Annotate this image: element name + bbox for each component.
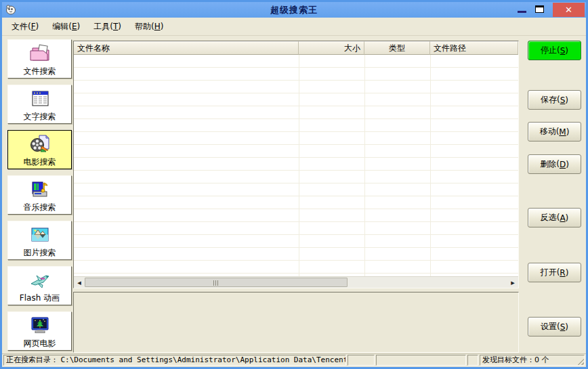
menu-tools[interactable]: 工具(T) (87, 18, 128, 35)
sidebar-item-movie-search[interactable]: 电影搜索 (7, 130, 72, 169)
maximize-button[interactable] (535, 5, 544, 13)
sidebar-item-flash-animation[interactable]: Flash 动画 (7, 266, 72, 305)
web-movie-icon (28, 314, 51, 337)
sidebar-item-label: 文字搜索 (24, 112, 56, 121)
menu-help[interactable]: 帮助(H) (128, 18, 170, 35)
column-header-type[interactable]: 类型 (364, 41, 430, 55)
table-header: 文件名称 大小 类型 文件路径 (74, 41, 518, 55)
menubar: 文件(F) 编辑(E) 工具(T) 帮助(H) (2, 18, 586, 36)
save-button[interactable]: 保存(S) (528, 90, 581, 110)
flash-animation-icon (28, 269, 51, 292)
resize-grip[interactable] (576, 357, 584, 365)
picture-search-icon (28, 223, 51, 246)
menu-edit[interactable]: 编辑(E) (45, 18, 87, 35)
stop-button[interactable]: 停止(S) (528, 41, 581, 60)
titlebar: 超级搜索王 ✕ (2, 2, 586, 18)
sidebar-item-label: Flash 动画 (20, 293, 60, 303)
column-divider (299, 55, 299, 276)
movie-search-icon (28, 133, 51, 156)
detail-panel (73, 292, 519, 353)
close-button[interactable]: ✕ (553, 3, 585, 17)
horizontal-scrollbar[interactable]: ◂ ▸ (74, 276, 518, 288)
status-searching-directory: 正在搜索目录： C:\Documents and Settings\Admini… (3, 355, 346, 366)
text-search-icon (28, 87, 51, 110)
music-search-icon (28, 178, 51, 201)
sidebar-item-label: 文件搜索 (24, 66, 56, 76)
scrollbar-thumb[interactable] (85, 278, 348, 287)
column-divider (430, 55, 431, 276)
column-header-size[interactable]: 大小 (299, 41, 364, 55)
scroll-right-icon[interactable]: ▸ (507, 277, 518, 288)
scrollbar-grip (213, 280, 219, 286)
search-directory-path: C:\Documents and Settings\Administrator\… (61, 355, 347, 365)
found-count: 0 个 (534, 355, 549, 365)
sidebar-item-label: 电影搜索 (24, 157, 56, 167)
results-table: 文件名称 大小 类型 文件路径 ◂ ▸ (73, 41, 519, 288)
invert-selection-button[interactable]: 反选(A) (528, 208, 581, 227)
sidebar-item-music-search[interactable]: 音乐搜索 (7, 175, 72, 215)
minimize-button[interactable] (518, 11, 526, 13)
main-content: 文件搜索 文字搜索 电影 (2, 36, 586, 353)
status-panel (376, 355, 466, 366)
settings-button[interactable]: 设置(S) (528, 317, 581, 337)
sidebar-item-label: 图片搜索 (24, 248, 56, 257)
delete-button[interactable]: 删除(D) (528, 154, 581, 174)
folder-search-icon (28, 42, 51, 65)
status-found-files: 发现目标文件：0 个 (480, 355, 585, 366)
close-icon: ✕ (565, 5, 572, 15)
open-button[interactable]: 打开(R) (528, 263, 581, 282)
column-divider (364, 55, 365, 276)
statusbar: 正在搜索目录： C:\Documents and Settings\Admini… (2, 353, 586, 367)
sidebar-item-text-search[interactable]: 文字搜索 (7, 85, 72, 124)
status-panel (348, 355, 375, 366)
sidebar-item-file-search[interactable]: 文件搜索 (7, 39, 72, 79)
menu-file[interactable]: 文件(F) (5, 18, 45, 35)
window-title: 超级搜索王 (2, 4, 586, 16)
scroll-left-icon[interactable]: ◂ (74, 277, 85, 288)
sidebar-item-picture-search[interactable]: 图片搜索 (7, 221, 72, 260)
column-header-filename[interactable]: 文件名称 (74, 41, 299, 55)
sidebar-item-label: 网页电影 (24, 339, 56, 348)
app-window: 超级搜索王 ✕ 文件(F) 编辑(E) 工具(T) 帮助(H) 文件搜索 (0, 0, 588, 369)
column-header-filepath[interactable]: 文件路径 (430, 41, 518, 55)
table-body (74, 55, 518, 276)
status-panel (467, 355, 478, 366)
sidebar-item-label: 音乐搜索 (24, 202, 56, 212)
move-button[interactable]: 移动(M) (528, 122, 581, 142)
sidebar-item-web-movie[interactable]: 网页电影 (7, 311, 72, 351)
